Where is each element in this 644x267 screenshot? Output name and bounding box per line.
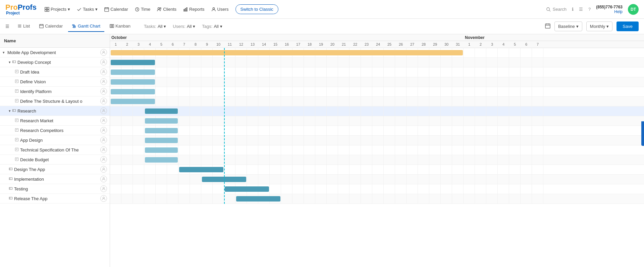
gantt-cell (121, 136, 133, 145)
nav-reports[interactable]: Reports (183, 7, 205, 12)
task-avatar[interactable] (100, 117, 107, 124)
gantt-cell (521, 165, 532, 175)
gantt-bar[interactable] (111, 99, 155, 104)
gantt-bar[interactable] (145, 147, 178, 153)
gantt-bar[interactable] (225, 186, 269, 192)
menu-icon[interactable]: ☰ (579, 7, 583, 12)
gantt-bar[interactable] (111, 70, 155, 75)
gantt-bar[interactable] (145, 118, 178, 124)
tab-gantt-chart[interactable]: Gantt Chart (68, 21, 104, 32)
gantt-bar[interactable] (145, 108, 178, 114)
gantt-bar[interactable] (202, 177, 246, 182)
gantt-bar[interactable] (111, 60, 155, 65)
task-avatar[interactable] (100, 146, 107, 153)
task-avatar[interactable] (100, 88, 107, 95)
info-icon[interactable]: ℹ (572, 7, 574, 12)
gantt-cell (190, 155, 201, 165)
filter-tasks[interactable]: Tasks: All ▾ (144, 24, 166, 29)
gantt-bar[interactable] (236, 196, 280, 202)
task-row[interactable]: Define Vision (0, 77, 110, 87)
gantt-cell (372, 126, 384, 136)
search-box[interactable]: Search (546, 7, 567, 12)
gantt-bar[interactable] (145, 128, 178, 133)
gantt-cell (304, 165, 315, 175)
task-avatar[interactable] (100, 49, 107, 56)
task-row[interactable]: Research Competitors (0, 126, 110, 135)
gantt-cell (361, 194, 372, 204)
nav-tasks[interactable]: Tasks ▾ (77, 7, 98, 12)
gantt-cell (315, 116, 327, 126)
gantt-cell (498, 165, 509, 175)
gantt-cell (384, 194, 395, 204)
feedback-tab[interactable]: Feedback (641, 121, 644, 146)
task-row[interactable]: App Design (0, 135, 110, 145)
gantt-bar[interactable] (145, 157, 178, 163)
gantt-row (110, 184, 644, 194)
task-avatar[interactable] (100, 69, 107, 75)
task-avatar[interactable] (100, 59, 107, 65)
nav-users[interactable]: Users (211, 7, 229, 12)
calendar-icon-button[interactable] (545, 23, 550, 30)
task-row[interactable]: Design The App (0, 165, 110, 174)
nav-time[interactable]: Time (135, 7, 150, 12)
task-avatar[interactable] (100, 137, 107, 143)
tab-list[interactable]: List (13, 21, 34, 32)
task-avatar[interactable] (100, 166, 107, 173)
gantt-cell (350, 175, 361, 184)
gantt-bar[interactable] (111, 89, 155, 94)
task-row[interactable]: Research Market (0, 116, 110, 126)
save-button[interactable]: Save (616, 21, 639, 31)
task-avatar[interactable] (100, 185, 107, 192)
task-avatar[interactable] (100, 127, 107, 134)
nav-clients[interactable]: Clients (157, 7, 176, 12)
task-avatar[interactable] (100, 98, 107, 104)
gantt-cell (475, 194, 486, 204)
gantt-cell (178, 97, 190, 106)
monthly-button[interactable]: Monthly ▾ (586, 21, 613, 31)
gantt-bar[interactable] (145, 138, 178, 143)
task-row[interactable]: Define The Structure & Layout o (0, 96, 110, 106)
task-type-icon (15, 118, 19, 123)
switch-to-classic-button[interactable]: Switch to Classic (235, 4, 278, 14)
help-icon[interactable]: ? (588, 7, 591, 12)
tab-kanban[interactable]: Kanban (106, 21, 135, 32)
gantt-cell (532, 106, 543, 116)
gantt-cell (304, 145, 315, 155)
task-row[interactable]: ▾ Research (0, 106, 110, 116)
gantt-bar[interactable] (179, 167, 223, 172)
task-row[interactable]: Implementation (0, 174, 110, 184)
gantt-panel[interactable]: OctoberNovember1234567891011121314151617… (110, 34, 644, 267)
nav-calendar[interactable]: Calendar (104, 7, 128, 12)
gantt-cell (167, 68, 178, 77)
filter-users[interactable]: Users: All ▾ (173, 24, 195, 29)
task-avatar[interactable] (100, 195, 107, 202)
task-row[interactable]: Draft Idea (0, 67, 110, 77)
hamburger-icon[interactable]: ☰ (5, 24, 9, 29)
gantt-cell (475, 77, 486, 87)
task-avatar[interactable] (100, 176, 107, 182)
gantt-cell (258, 106, 270, 116)
task-row[interactable]: ▾ Mobile App Development (0, 48, 110, 57)
task-row[interactable]: Release The App (0, 194, 110, 204)
gantt-cell (384, 165, 395, 175)
task-row[interactable]: Testing (0, 184, 110, 194)
gantt-cell (190, 68, 201, 77)
task-row[interactable]: Decide Budget (0, 155, 110, 165)
task-row[interactable]: Technical Specification Of The (0, 145, 110, 155)
nav-projects[interactable]: Projects ▾ (45, 7, 70, 12)
task-row[interactable]: ▾ Develop Concept (0, 57, 110, 67)
gantt-row (110, 194, 644, 204)
svg-point-54 (103, 109, 105, 111)
baseline-button[interactable]: Baseline ▾ (554, 21, 582, 31)
gantt-bar[interactable] (111, 79, 155, 85)
task-row[interactable]: Identify Platform (0, 87, 110, 96)
tab-calendar[interactable]: Calendar (35, 21, 67, 32)
task-avatar[interactable] (100, 107, 107, 114)
logo[interactable]: ProProfs Project (5, 4, 37, 15)
gantt-row (110, 155, 644, 165)
task-avatar[interactable] (100, 156, 107, 163)
avatar[interactable]: DT (628, 4, 639, 15)
gantt-bar[interactable] (111, 50, 463, 55)
filter-tags[interactable]: Tags: All ▾ (202, 24, 222, 29)
task-avatar[interactable] (100, 78, 107, 85)
